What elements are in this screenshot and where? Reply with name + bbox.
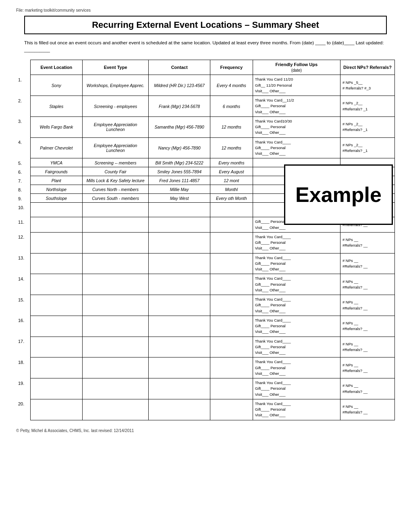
cell-location xyxy=(30,274,82,295)
row-number: 4. xyxy=(16,137,30,158)
cell-contact xyxy=(149,378,210,399)
cell-followup xyxy=(253,194,340,203)
cell-location: Wells Fargo Bank xyxy=(30,116,82,137)
cell-contact: Smiley Jones 555-7894 xyxy=(149,167,210,176)
cell-location xyxy=(30,337,82,357)
cell-contact xyxy=(149,399,210,420)
cell-location xyxy=(30,399,82,420)
cell-contact xyxy=(149,357,210,378)
cell-followup: Thank You Card__11/2 Gift____ Personal V… xyxy=(253,96,340,117)
cell-direct-nps: # NPs __ #Referrals? __ xyxy=(340,274,394,295)
table-row: 3.Wells Fargo BankEmployee Appreciation … xyxy=(16,116,395,137)
col-header-location: Event Location xyxy=(30,60,82,75)
cell-direct-nps: # NPs __ #Referrals? __ xyxy=(340,232,394,253)
cell-location: Plant xyxy=(30,176,82,185)
cell-event-type xyxy=(82,274,148,295)
cell-event-type: Workshops, Employee Apprec. xyxy=(82,75,148,96)
cell-location xyxy=(30,217,82,233)
cell-followup: Thank You Card____ Gift____ Personal Vis… xyxy=(253,137,340,158)
cell-event-type xyxy=(82,295,148,316)
row-number: 20. xyxy=(16,399,30,420)
row-number: 11. xyxy=(16,217,30,233)
cell-event-type xyxy=(82,378,148,399)
cell-location xyxy=(30,203,82,217)
page-title: Recurring External Event Locations – Sum… xyxy=(24,16,387,34)
cell-followup: Thank You Card____ Gift____ Personal Vis… xyxy=(253,378,340,399)
row-number: 3. xyxy=(16,116,30,137)
row-number: 8. xyxy=(16,185,30,194)
table-row: 13.Thank You Card____ Gift____ Personal … xyxy=(16,253,395,274)
table-row: 10. xyxy=(16,203,395,217)
cell-contact xyxy=(149,295,210,316)
table-row: 16.Thank You Card____ Gift____ Personal … xyxy=(16,316,395,337)
row-number: 2. xyxy=(16,96,30,117)
cell-direct-nps: # NPs __ #Referrals? __ xyxy=(340,337,394,357)
col-header-direct: Direct NPs? Referrals? xyxy=(340,60,394,75)
cell-event-type: County Fair xyxy=(82,167,148,176)
cell-contact: Frank (Mgr) 234-5678 xyxy=(149,96,210,117)
cell-direct-nps xyxy=(340,194,394,203)
row-number: 19. xyxy=(16,378,30,399)
cell-contact: Bill Smith (Mgr) 234-5222 xyxy=(149,158,210,167)
cell-contact xyxy=(149,203,210,217)
cell-frequency xyxy=(210,337,253,357)
cell-location: Palmer Chevrolet xyxy=(30,137,82,158)
cell-frequency: Every oth Month xyxy=(210,194,253,203)
cell-direct-nps: # NPs __ #Referrals? __ xyxy=(340,253,394,274)
col-header-type: Event Type xyxy=(82,60,148,75)
row-number: 15. xyxy=(16,295,30,316)
cell-location: Fairgrounds xyxy=(30,167,82,176)
cell-frequency xyxy=(210,253,253,274)
cell-event-type xyxy=(82,316,148,337)
description: This is filled out once an event occurs … xyxy=(24,39,387,54)
cell-direct-nps: # NPs _2__ #Referrals? _1 xyxy=(340,96,394,117)
cell-followup: Thank You Card____ Gift____ Personal Vis… xyxy=(253,357,340,378)
cell-direct-nps xyxy=(340,185,394,194)
cell-event-type xyxy=(82,357,148,378)
cell-event-type xyxy=(82,217,148,233)
cell-frequency xyxy=(210,316,253,337)
table-row: 17.Thank You Card____ Gift____ Personal … xyxy=(16,337,395,357)
row-number: 9. xyxy=(16,194,30,203)
cell-followup: Thank You Card____ Gift____ Personal Vis… xyxy=(253,399,340,420)
cell-frequency: 12 mont xyxy=(210,176,253,185)
cell-frequency: Monthl xyxy=(210,185,253,194)
cell-direct-nps xyxy=(340,158,394,167)
row-number: 13. xyxy=(16,253,30,274)
table-row: 14.Thank You Card____ Gift____ Personal … xyxy=(16,274,395,295)
cell-direct-nps xyxy=(340,203,394,217)
cell-frequency xyxy=(210,217,253,233)
cell-direct-nps: # NPs __ #Referrals? __ xyxy=(340,295,394,316)
cell-contact: May West xyxy=(149,194,210,203)
row-number: 7. xyxy=(16,176,30,185)
cell-followup: Thank You Card____ Gift____ Personal Vis… xyxy=(253,295,340,316)
cell-contact xyxy=(149,337,210,357)
cell-direct-nps: # NPs _2__ #Referrals? _1 xyxy=(340,137,394,158)
cell-event-type: Employee Appreciation Luncheon xyxy=(82,116,148,137)
cell-contact xyxy=(149,217,210,233)
row-number: 12. xyxy=(16,232,30,253)
cell-direct-nps xyxy=(340,167,394,176)
table-row: 9.SouthslopeCurves South - membersMay We… xyxy=(16,194,395,203)
cell-event-type: Employee Appreciation Luncheon xyxy=(82,137,148,158)
cell-location: Southslope xyxy=(30,194,82,203)
cell-followup xyxy=(253,203,340,217)
cell-contact: Millie May xyxy=(149,185,210,194)
cell-frequency: Every 4 months xyxy=(210,75,253,96)
cell-frequency xyxy=(210,378,253,399)
table-row: 4.Palmer ChevroletEmployee Appreciation … xyxy=(16,137,395,158)
cell-contact: Nancy (Mgr) 456-7890 xyxy=(149,137,210,158)
events-table: Event Location Event Type Contact Freque… xyxy=(16,60,395,420)
cell-direct-nps: # NPs __ #Referrals? __ xyxy=(340,378,394,399)
cell-location xyxy=(30,253,82,274)
cell-frequency xyxy=(210,232,253,253)
cell-contact: Mildred (HR Dir.) 123-4567 xyxy=(149,75,210,96)
cell-direct-nps: #Referrals? __ xyxy=(340,217,394,233)
cell-contact: Samantha (Mgr) 456-7890 xyxy=(149,116,210,137)
table-row: 11.Gift____ Personal Visit___ Other___#R… xyxy=(16,217,395,233)
table-row: 19.Thank You Card____ Gift____ Personal … xyxy=(16,378,395,399)
cell-followup: Thank You Card____ Gift____ Personal Vis… xyxy=(253,232,340,253)
row-number: 17. xyxy=(16,337,30,357)
cell-event-type: Screening - employees xyxy=(82,96,148,117)
cell-event-type xyxy=(82,337,148,357)
